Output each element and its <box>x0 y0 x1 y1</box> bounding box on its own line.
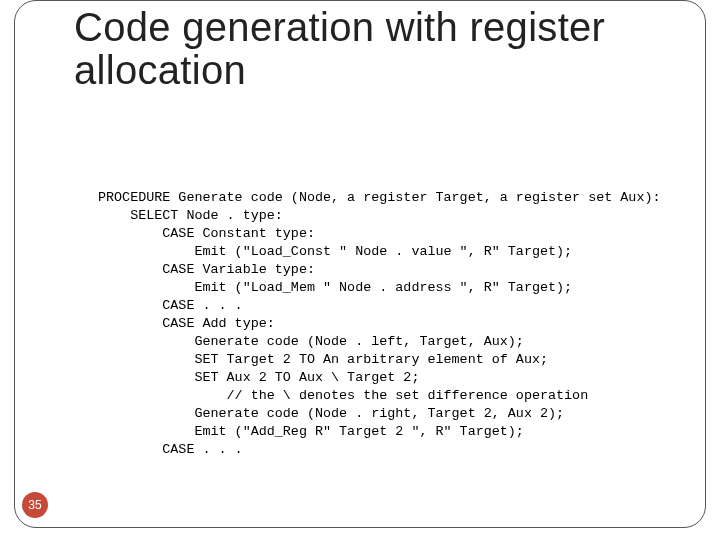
page-number-badge: 35 <box>22 492 48 518</box>
code-block: PROCEDURE Generate code (Node, a registe… <box>98 189 710 458</box>
page-number: 35 <box>28 498 41 512</box>
slide-title: Code generation with register allocation <box>74 6 720 92</box>
slide: Code generation with register allocation… <box>0 0 720 540</box>
